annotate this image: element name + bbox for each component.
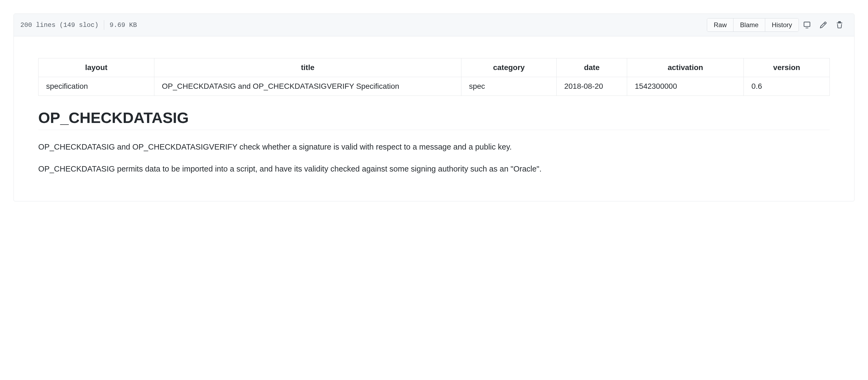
th-title: title xyxy=(154,58,461,77)
file-stats: 200 lines (149 sloc) 9.69 KB xyxy=(20,20,137,30)
document-paragraph: OP_CHECKDATASIG and OP_CHECKDATASIGVERIF… xyxy=(38,141,830,153)
th-category: category xyxy=(461,58,556,77)
td-date: 2018-08-20 xyxy=(557,77,627,96)
stats-divider xyxy=(104,20,104,30)
trash-icon xyxy=(836,21,843,29)
td-version: 0.6 xyxy=(744,77,830,96)
th-activation: activation xyxy=(627,58,744,77)
blame-button[interactable]: Blame xyxy=(734,19,765,31)
td-title: OP_CHECKDATASIG and OP_CHECKDATASIGVERIF… xyxy=(154,77,461,96)
file-size: 9.69 KB xyxy=(110,22,137,29)
edit-button[interactable] xyxy=(815,19,831,31)
table-header-row: layout title category date activation ve… xyxy=(38,58,830,77)
table-row: specification OP_CHECKDATASIG and OP_CHE… xyxy=(38,77,830,96)
td-category: spec xyxy=(461,77,556,96)
raw-button[interactable]: Raw xyxy=(707,19,734,31)
pencil-icon xyxy=(819,21,827,29)
document-paragraph: OP_CHECKDATASIG permits data to be impor… xyxy=(38,163,830,175)
file-header: 200 lines (149 sloc) 9.69 KB Raw Blame H… xyxy=(14,14,854,36)
desktop-icon xyxy=(803,21,811,29)
file-container: 200 lines (149 sloc) 9.69 KB Raw Blame H… xyxy=(13,13,855,201)
delete-button[interactable] xyxy=(831,19,848,31)
file-actions: Raw Blame History xyxy=(707,18,848,32)
th-date: date xyxy=(557,58,627,77)
history-button[interactable]: History xyxy=(765,19,799,31)
lines-count: 200 lines (149 sloc) xyxy=(20,22,98,29)
th-version: version xyxy=(744,58,830,77)
desktop-button[interactable] xyxy=(799,19,815,31)
th-layout: layout xyxy=(38,58,154,77)
document-heading: OP_CHECKDATASIG xyxy=(38,109,830,130)
td-layout: specification xyxy=(38,77,154,96)
td-activation: 1542300000 xyxy=(627,77,744,96)
frontmatter-table: layout title category date activation ve… xyxy=(38,58,830,96)
file-button-group: Raw Blame History xyxy=(707,18,799,32)
content-area: layout title category date activation ve… xyxy=(14,36,854,201)
